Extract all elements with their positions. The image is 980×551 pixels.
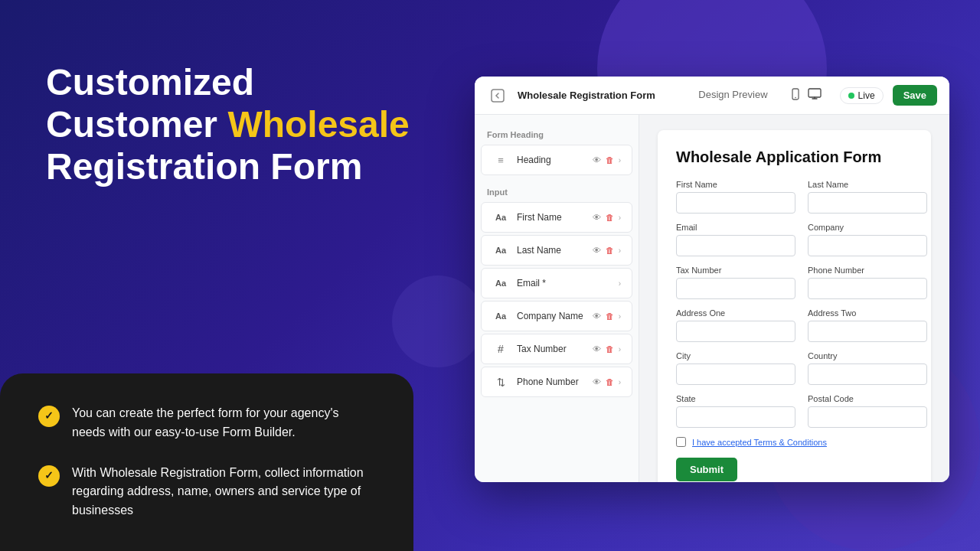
form-group-postal: Postal Code: [808, 394, 927, 428]
heading-field-actions: 👁 🗑 ›: [593, 155, 621, 165]
chevron-icon-lastname[interactable]: ›: [619, 246, 621, 255]
label-phone: Phone Number: [808, 266, 927, 275]
chevron-icon-firstname[interactable]: ›: [619, 214, 621, 222]
form-group-address1: Address One: [676, 308, 795, 342]
tab-section: Design Preview: [698, 89, 767, 102]
firstname-field-actions: 👁 🗑 ›: [593, 213, 621, 222]
eye-icon-lastname[interactable]: 👁: [593, 246, 601, 255]
terms-checkbox-row: I have accepted Terms & Conditions: [676, 437, 913, 447]
eye-icon-phone[interactable]: 👁: [593, 377, 601, 386]
label-taxnumber: Tax Number: [676, 266, 795, 275]
field-row-email[interactable]: Aa Email * ›: [481, 268, 632, 298]
field-row-taxnumber[interactable]: # Tax Number 👁 🗑 ›: [481, 334, 632, 364]
submit-button[interactable]: Submit: [676, 458, 737, 481]
form-group-country: Country: [808, 351, 927, 385]
email-field-actions: ›: [619, 279, 621, 288]
heading-field-label: Heading: [517, 155, 585, 165]
label-email: Email: [676, 223, 795, 232]
input-firstname[interactable]: [676, 192, 795, 214]
label-state: State: [676, 394, 795, 403]
label-address1: Address One: [676, 308, 795, 318]
preview-form: Wholesale Application Form First Name La…: [658, 130, 931, 482]
field-row-firstname[interactable]: Aa First Name 👁 🗑 ›: [481, 202, 632, 233]
input-phone[interactable]: [808, 278, 927, 299]
chevron-icon-taxnumber[interactable]: ›: [619, 345, 621, 354]
feature-item-1: ✓ You can create the perfect form for yo…: [38, 404, 375, 442]
form-group-company: Company: [808, 223, 927, 256]
tab-design-preview[interactable]: Design Preview: [698, 89, 767, 102]
live-label: Live: [858, 90, 875, 101]
eye-icon-company[interactable]: 👁: [593, 311, 601, 321]
lastname-field-actions: 👁 🗑 ›: [593, 246, 621, 255]
preview-form-title: Wholesale Application Form: [676, 148, 913, 166]
live-badge: Live: [840, 87, 884, 104]
app-title: Wholesale Registration Form: [518, 90, 689, 101]
label-company: Company: [808, 223, 927, 232]
eye-icon-firstname[interactable]: 👁: [593, 213, 601, 222]
device-icons: [789, 88, 822, 103]
chevron-icon-email[interactable]: ›: [619, 279, 621, 288]
company-field-icon: Aa: [492, 308, 509, 324]
email-field-icon: Aa: [492, 275, 509, 292]
back-button[interactable]: [487, 85, 508, 106]
field-row-lastname[interactable]: Aa Last Name 👁 🗑 ›: [481, 235, 632, 266]
heading-line3: Registration Form: [46, 146, 362, 187]
input-section-label: Input: [475, 183, 639, 200]
save-button[interactable]: Save: [893, 85, 937, 106]
heading-highlight: Wholesale: [227, 104, 409, 145]
label-lastname: Last Name: [808, 180, 927, 189]
check-icon-1: ✓: [38, 406, 60, 427]
label-postal: Postal Code: [808, 394, 927, 403]
field-row-heading[interactable]: ≡ Heading 👁 🗑 ›: [481, 145, 632, 175]
eye-icon-heading[interactable]: 👁: [593, 155, 601, 165]
form-preview: Wholesale Application Form First Name La…: [639, 115, 949, 482]
trash-icon-heading[interactable]: 🗑: [606, 155, 614, 165]
input-address2[interactable]: [808, 321, 927, 342]
label-address2: Address Two: [808, 308, 927, 318]
input-address1[interactable]: [676, 321, 795, 342]
field-row-phone[interactable]: ⇅ Phone Number 👁 🗑 ›: [481, 367, 632, 397]
phone-field-label: Phone Number: [517, 377, 585, 387]
field-row-company[interactable]: Aa Company Name 👁 🗑 ›: [481, 301, 632, 331]
firstname-field-label: First Name: [517, 212, 585, 223]
trash-icon-lastname[interactable]: 🗑: [606, 246, 614, 255]
mobile-icon[interactable]: [789, 88, 802, 103]
trash-icon-firstname[interactable]: 🗑: [606, 213, 614, 222]
lastname-field-label: Last Name: [517, 245, 585, 256]
feature-text-2: With Wholesale Registration Form, collec…: [72, 464, 375, 520]
app-window: Wholesale Registration Form Design Previ…: [475, 77, 949, 482]
email-field-label: Email *: [517, 278, 611, 289]
feature-item-2: ✓ With Wholesale Registration Form, coll…: [38, 464, 375, 520]
main-heading: Customized Customer Wholesale Registrati…: [46, 61, 413, 188]
label-country: Country: [808, 351, 927, 360]
bottom-card: ✓ You can create the perfect form for yo…: [0, 373, 413, 551]
input-email[interactable]: [676, 235, 795, 256]
desktop-icon[interactable]: [808, 88, 822, 103]
chevron-icon-phone[interactable]: ›: [619, 378, 621, 386]
chevron-icon-heading[interactable]: ›: [619, 156, 621, 165]
input-postal[interactable]: [808, 406, 927, 428]
form-group-address2: Address Two: [808, 308, 927, 342]
input-city[interactable]: [676, 364, 795, 385]
svg-rect-3: [808, 89, 821, 97]
form-group-phone: Phone Number: [808, 266, 927, 299]
terms-checkbox[interactable]: [676, 437, 686, 447]
terms-link[interactable]: I have accepted Terms & Conditions: [692, 438, 827, 447]
phone-field-icon: ⇅: [492, 373, 509, 390]
company-field-label: Company Name: [517, 311, 585, 321]
taxnumber-field-label: Tax Number: [517, 344, 585, 354]
trash-icon-phone[interactable]: 🗑: [606, 377, 614, 386]
form-group-firstname: First Name: [676, 180, 795, 214]
firstname-field-icon: Aa: [492, 209, 509, 226]
form-group-city: City: [676, 351, 795, 385]
input-state[interactable]: [676, 406, 795, 428]
eye-icon-taxnumber[interactable]: 👁: [593, 344, 601, 354]
trash-icon-taxnumber[interactable]: 🗑: [606, 344, 614, 354]
input-lastname[interactable]: [808, 192, 927, 214]
trash-icon-company[interactable]: 🗑: [606, 311, 614, 321]
input-taxnumber[interactable]: [676, 278, 795, 299]
chevron-icon-company[interactable]: ›: [619, 312, 621, 321]
input-company[interactable]: [808, 235, 927, 256]
heading-section-label: Form Heading: [475, 126, 639, 142]
input-country[interactable]: [808, 364, 927, 385]
